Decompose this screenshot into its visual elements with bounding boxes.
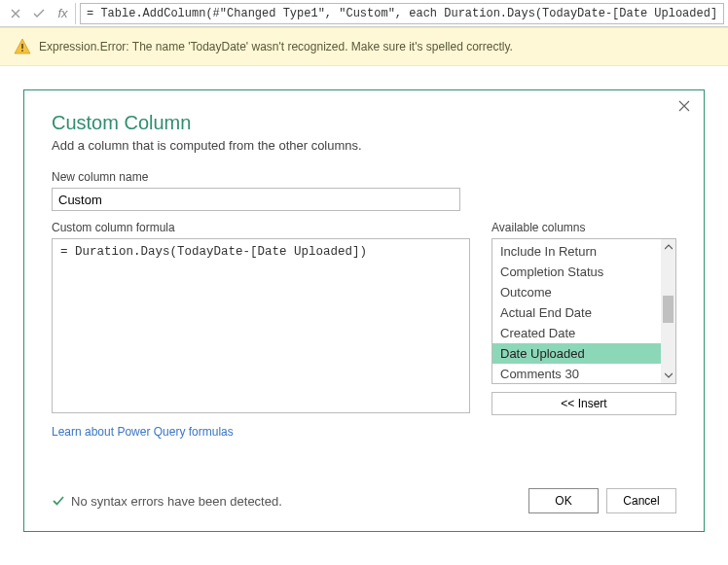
scroll-thumb[interactable] xyxy=(663,296,673,323)
custom-column-dialog: Custom Column Add a column that is compu… xyxy=(23,89,705,532)
dialog-title: Custom Column xyxy=(52,112,676,134)
svg-rect-1 xyxy=(21,50,23,52)
formula-input[interactable] xyxy=(80,3,724,24)
scroll-up-button[interactable] xyxy=(661,239,675,255)
check-icon xyxy=(52,494,65,508)
svg-rect-0 xyxy=(21,44,23,49)
status-row: No syntax errors have been detected. xyxy=(52,494,521,509)
formula-label: Custom column formula xyxy=(52,221,470,234)
scrollbar[interactable] xyxy=(661,239,675,383)
available-column-item[interactable]: Include In Return xyxy=(492,241,675,262)
status-text: No syntax errors have been detected. xyxy=(71,494,282,509)
available-column-item[interactable]: Date Uploaded xyxy=(492,343,675,364)
close-icon xyxy=(678,100,690,112)
chevron-up-icon xyxy=(665,244,673,250)
available-column-item[interactable]: Comments 30 xyxy=(492,364,675,384)
error-message: Expression.Error: The name 'TodayDate' w… xyxy=(39,40,513,53)
close-button[interactable] xyxy=(673,96,696,118)
available-columns-label: Available columns xyxy=(491,221,676,234)
insert-button[interactable]: << Insert xyxy=(491,392,676,415)
new-column-label: New column name xyxy=(52,170,676,184)
formula-bar: fx xyxy=(0,0,728,27)
available-column-item[interactable]: Completion Status xyxy=(492,262,675,282)
fx-label: fx xyxy=(51,3,76,24)
cancel-button[interactable]: Cancel xyxy=(606,488,676,513)
available-columns-list[interactable]: Include In ReturnCompletion StatusOutcom… xyxy=(491,238,676,384)
available-column-item[interactable]: Outcome xyxy=(492,282,675,302)
formula-textarea[interactable] xyxy=(52,238,470,413)
chevron-down-icon xyxy=(665,372,673,378)
ok-button[interactable]: OK xyxy=(528,488,599,513)
accept-formula-button[interactable] xyxy=(27,3,51,24)
warning-icon xyxy=(14,38,31,55)
new-column-input[interactable] xyxy=(52,188,460,211)
scroll-down-button[interactable] xyxy=(661,368,675,383)
available-column-item[interactable]: Created Date xyxy=(492,323,675,343)
error-bar: Expression.Error: The name 'TodayDate' w… xyxy=(0,27,728,66)
learn-link[interactable]: Learn about Power Query formulas xyxy=(52,425,470,439)
dialog-subtitle: Add a column that is computed from the o… xyxy=(52,138,676,153)
available-column-item[interactable]: Actual End Date xyxy=(492,302,675,323)
cancel-formula-button[interactable] xyxy=(4,3,27,24)
